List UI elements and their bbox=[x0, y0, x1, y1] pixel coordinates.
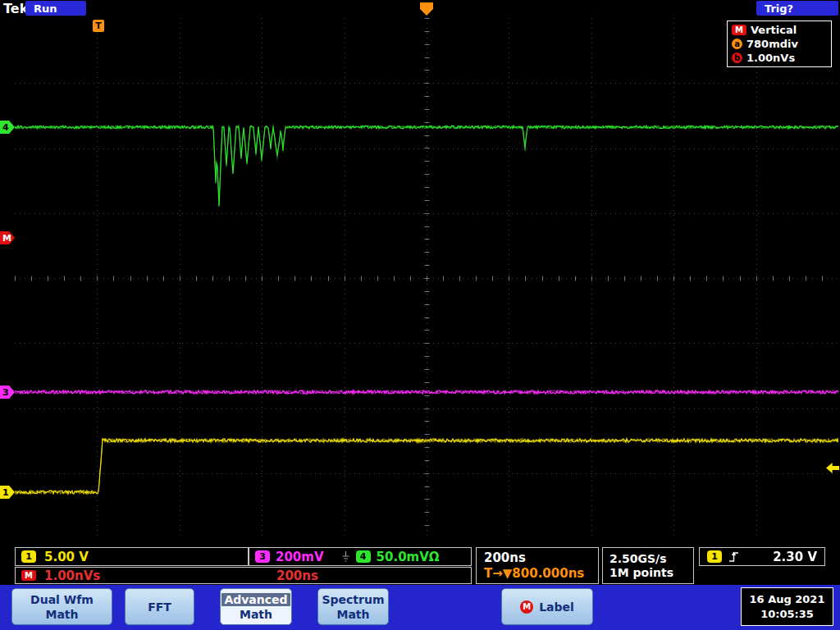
button-label-line1: Spectrum bbox=[322, 592, 384, 607]
math-readout[interactable]: M 1.00nVs 200ns bbox=[15, 567, 472, 584]
vertical-readout-title-row: M Vertical bbox=[732, 24, 827, 36]
record-length: 1M points bbox=[609, 566, 673, 579]
trigger-position-marker[interactable] bbox=[420, 2, 433, 16]
channel-marker-label: 4 bbox=[2, 122, 9, 133]
channel-marker-ch4[interactable]: 4 bbox=[0, 121, 15, 134]
trigger-status: Trig? bbox=[756, 1, 838, 16]
menu-button-spectrum-math[interactable]: Spectrum Math bbox=[317, 588, 389, 625]
menu-bar: Dual Wfm Math FFT Advanced Math Spectrum… bbox=[0, 585, 840, 630]
ch3-ch4-readout[interactable]: 3 200mV 4 50.0mVΩ bbox=[249, 547, 472, 566]
ch4-scale: 50.0mVΩ bbox=[377, 550, 440, 564]
trigger-flag-label: T bbox=[95, 21, 102, 31]
channel-marker-math[interactable]: M bbox=[0, 231, 15, 244]
knob-a-badge: a bbox=[732, 39, 742, 49]
vertical-readout-title: Vertical bbox=[751, 24, 797, 36]
math-label-button[interactable]: M Label bbox=[501, 588, 593, 625]
rising-edge-icon bbox=[728, 550, 739, 564]
date-text: 16 Aug 2021 bbox=[750, 592, 825, 607]
math-badge: M bbox=[520, 600, 533, 614]
channel-marker-label: 1 bbox=[2, 487, 9, 498]
math-badge: M bbox=[21, 570, 36, 581]
menu-button-advanced-math[interactable]: Advanced Math bbox=[220, 588, 292, 625]
trigger-readout[interactable]: 1 2.30 V bbox=[699, 547, 825, 566]
waveform-canvas bbox=[15, 18, 838, 538]
ch4-badge: 4 bbox=[356, 550, 371, 563]
button-label-line1: Advanced bbox=[221, 592, 290, 607]
datetime-box: 16 Aug 2021 10:05:35 bbox=[741, 587, 833, 626]
label-button-text: Label bbox=[539, 600, 574, 614]
button-label-line1: Dual Wfm bbox=[30, 592, 94, 607]
horizontal-scale: 200ns bbox=[484, 550, 526, 565]
acquisition-status: Run bbox=[25, 1, 86, 16]
top-status-bar: Tek Run Trig? bbox=[0, 0, 840, 17]
channel-marker-ch1[interactable]: 1 bbox=[0, 486, 15, 499]
sample-rate: 2.50GS/s bbox=[609, 552, 667, 565]
knob-b-badge: b bbox=[732, 52, 742, 63]
delay-value: 800.000ns bbox=[512, 566, 584, 581]
button-label-line1: FFT bbox=[148, 600, 171, 614]
trigger-source-badge: 1 bbox=[707, 550, 722, 563]
menu-button-fft[interactable]: FFT bbox=[125, 588, 194, 625]
math-scale: 1.00nVs bbox=[44, 568, 100, 583]
horizontal-readout[interactable]: 200ns T→▼ 800.000ns bbox=[476, 547, 599, 584]
channel-marker-label: M bbox=[2, 233, 11, 244]
vertical-scale-value: 780mdiv bbox=[746, 38, 798, 50]
ch1-readout[interactable]: 1 5.00 V bbox=[15, 547, 249, 566]
vertical-readout-row-b: b 1.00nVs bbox=[732, 52, 827, 64]
ground-coupling-icon bbox=[341, 550, 350, 563]
graticule-area: T M Vertical a 780mdiv b 1.00nVs bbox=[15, 18, 838, 538]
oscilloscope-screen: Tek Run Trig? T M Vertical a 780mdiv b 1… bbox=[0, 0, 840, 630]
ch1-badge: 1 bbox=[21, 550, 36, 563]
menu-button-dual-wfm-math[interactable]: Dual Wfm Math bbox=[11, 588, 112, 625]
button-label-line2: Math bbox=[336, 607, 369, 622]
vertical-offset-value: 1.00nVs bbox=[746, 52, 795, 64]
ch3-scale: 200mV bbox=[276, 550, 324, 564]
trigger-point-flag[interactable]: T bbox=[93, 20, 104, 32]
tek-logo: Tek bbox=[3, 1, 28, 16]
button-label-line2: Math bbox=[45, 607, 78, 622]
vertical-readout-box: M Vertical a 780mdiv b 1.00nVs bbox=[727, 21, 832, 67]
time-text: 10:05:35 bbox=[760, 607, 814, 622]
math-time-scale: 200ns bbox=[276, 568, 318, 583]
horizontal-delay: T→▼ 800.000ns bbox=[484, 566, 584, 581]
ch1-scale: 5.00 V bbox=[44, 550, 89, 564]
trigger-level-value: 2.30 V bbox=[773, 550, 817, 564]
channel-marker-label: 3 bbox=[2, 387, 9, 398]
channel-marker-ch3[interactable]: 3 bbox=[0, 386, 15, 399]
math-badge: M bbox=[732, 25, 746, 35]
button-label-line2: Math bbox=[240, 607, 272, 622]
acquisition-readout[interactable]: 2.50GS/s 1M points bbox=[602, 547, 694, 584]
delay-prefix-icon: T→▼ bbox=[484, 566, 512, 581]
ch3-badge: 3 bbox=[255, 550, 270, 563]
vertical-readout-row-a: a 780mdiv bbox=[732, 38, 827, 50]
